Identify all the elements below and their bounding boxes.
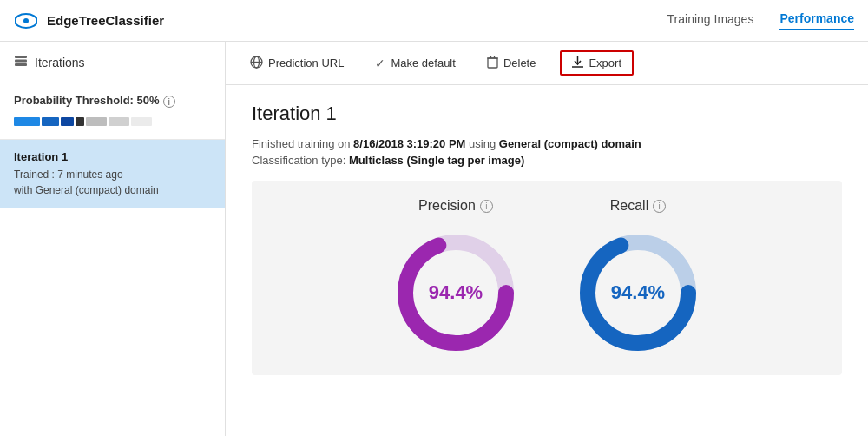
delete-button[interactable]: Delete xyxy=(480,52,543,75)
recall-info-icon[interactable]: i xyxy=(653,200,666,213)
svg-point-1 xyxy=(23,18,29,23)
precision-donut-wrapper: 94.4% xyxy=(391,228,521,358)
threshold-text: Probability Threshold: xyxy=(14,94,137,107)
subtitle2-pre: Classification type: xyxy=(252,154,349,167)
recall-donut-wrapper: 94.4% xyxy=(573,228,703,358)
svg-rect-4 xyxy=(15,63,27,66)
subtitle1-datetime: 8/16/2018 3:19:20 PM xyxy=(353,137,465,150)
precision-label-container: Precision i xyxy=(418,198,493,214)
iteration-trained: Trained : 7 minutes ago xyxy=(14,167,211,182)
check-icon: ✓ xyxy=(375,56,385,70)
content-area: Prediction URL ✓ Make default Delete xyxy=(226,42,868,436)
prediction-url-button[interactable]: Prediction URL xyxy=(243,52,351,75)
subtitle1-pre: Finished training on xyxy=(252,137,353,150)
bar-seg-6 xyxy=(108,117,129,126)
bar-seg-4 xyxy=(76,117,84,126)
threshold-label: Probability Threshold: 50%i xyxy=(14,94,211,108)
threshold-section: Probability Threshold: 50%i xyxy=(0,83,225,140)
precision-value: 94.4% xyxy=(429,281,483,304)
iteration-name: Iteration 1 xyxy=(14,150,211,163)
precision-label: Precision xyxy=(418,198,476,214)
svg-rect-2 xyxy=(15,56,27,58)
bar-seg-7 xyxy=(131,117,152,126)
svg-rect-3 xyxy=(15,60,27,63)
subtitle1-mid: using xyxy=(465,137,498,150)
bar-seg-5 xyxy=(86,117,107,126)
precision-info-icon[interactable]: i xyxy=(480,200,493,213)
svg-rect-8 xyxy=(488,58,497,68)
make-default-button[interactable]: ✓ Make default xyxy=(368,53,462,74)
export-label: Export xyxy=(589,56,621,69)
threshold-value: 50% xyxy=(137,94,160,107)
iteration-subtitle2: Classification type: Multiclass (Single … xyxy=(252,154,842,167)
download-icon xyxy=(572,56,583,70)
iteration-domain: with General (compact) domain xyxy=(14,182,211,198)
recall-label-container: Recall i xyxy=(610,198,666,214)
bar-seg-2 xyxy=(42,117,59,126)
sidebar: Iterations Probability Threshold: 50%i I… xyxy=(0,42,226,436)
nav-training-images[interactable]: Training Images xyxy=(667,12,754,30)
subtitle1-domain: General (compact) domain xyxy=(499,137,641,150)
recall-value: 94.4% xyxy=(611,281,665,304)
threshold-info-icon[interactable]: i xyxy=(163,96,175,108)
toolbar: Prediction URL ✓ Make default Delete xyxy=(226,42,868,85)
trash-icon xyxy=(487,56,498,71)
delete-label: Delete xyxy=(503,56,536,69)
export-button[interactable]: Export xyxy=(560,50,634,76)
layers-icon xyxy=(14,54,28,70)
bar-seg-1 xyxy=(14,117,40,126)
app-icon xyxy=(14,9,38,33)
top-nav: EdgeTreeClassifier Training Images Perfo… xyxy=(0,0,868,42)
recall-chart: Recall i 94.4% xyxy=(573,198,703,358)
charts-area: Precision i 94.4% xyxy=(252,181,842,375)
nav-links: Training Images Performance xyxy=(667,11,854,30)
iteration-title: Iteration 1 xyxy=(252,102,842,125)
sidebar-iterations-header: Iterations xyxy=(0,42,225,83)
performance-content: Iteration 1 Finished training on 8/16/20… xyxy=(226,85,868,436)
globe-icon xyxy=(250,56,263,71)
app-title: EdgeTreeClassifier xyxy=(47,13,667,28)
threshold-bar[interactable] xyxy=(14,115,211,129)
recall-label: Recall xyxy=(610,198,648,214)
subtitle2-type: Multiclass (Single tag per image) xyxy=(349,154,524,167)
bar-seg-3 xyxy=(61,117,74,126)
prediction-url-label: Prediction URL xyxy=(268,56,344,69)
nav-performance[interactable]: Performance xyxy=(779,11,854,30)
make-default-label: Make default xyxy=(391,56,455,69)
iterations-label: Iterations xyxy=(35,56,85,69)
main-layout: Iterations Probability Threshold: 50%i I… xyxy=(0,42,868,436)
iteration-item[interactable]: Iteration 1 Trained : 7 minutes ago with… xyxy=(0,140,225,208)
precision-chart: Precision i 94.4% xyxy=(391,198,521,358)
iteration-subtitle1: Finished training on 8/16/2018 3:19:20 P… xyxy=(252,137,842,150)
